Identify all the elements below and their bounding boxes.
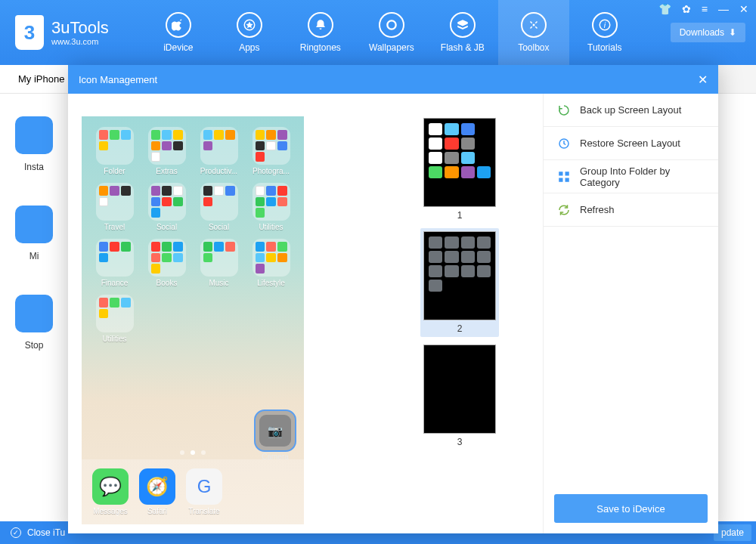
action-refresh[interactable]: Refresh [544,193,718,227]
sidebar: InstaMiStop [0,94,68,361]
page-thumb-3[interactable]: 3 [420,342,499,450]
page-thumbnails: 123 [376,94,543,533]
dock: 💬Messages🧭SafariGTranslate [82,459,304,524]
nav-icon [379,12,404,38]
action-restore[interactable]: Restore Screen Layout [544,127,718,160]
folder[interactable]: Photogra... [247,127,295,175]
folder[interactable]: Extras [143,127,191,175]
folder[interactable]: Travel [91,183,138,231]
folder[interactable]: Folder [91,127,138,175]
nav-icon [308,12,333,38]
page-indicator [82,450,304,455]
nav-ringtones[interactable]: Ringtones [285,0,356,65]
group-icon [557,170,571,184]
icon-management-modal: Icon Management ✕ FolderExtrasProductiv.… [68,65,718,533]
dock-app-safari[interactable]: 🧭Safari [139,468,175,515]
gear-icon[interactable]: ✿ [682,3,691,15]
folder[interactable]: Music [195,239,243,287]
svg-rect-8 [565,178,569,181]
check-icon: ✓ [11,527,21,538]
folder[interactable]: Utilities [91,295,138,343]
folder-icon [200,183,238,221]
action-group[interactable]: Group Into Folder by Category [544,160,718,193]
app-icon: 🧭 [139,468,175,505]
folder-icon [96,183,134,221]
actions-panel: Back up Screen LayoutRestore Screen Layo… [543,94,718,533]
page-thumb-1[interactable]: 1 [420,115,499,224]
phone-preview-column: FolderExtrasProductiv...Photogra...Trave… [68,94,376,533]
folder[interactable]: Social [195,183,243,231]
folder-icon [200,127,238,165]
folder[interactable]: Social [143,183,191,231]
status-text: Close iTu [27,527,65,538]
menu-icon[interactable]: ≡ [702,3,708,15]
thumbnail [423,118,496,207]
nav-idevice[interactable]: iDevice [143,0,214,65]
nav-icon [450,12,476,38]
logo: 3 3uTools www.3u.com [15,15,109,50]
folder[interactable]: Lifestyle [247,239,295,287]
dock-app-messages[interactable]: 💬Messages [92,468,129,515]
app-name: 3uTools [51,19,109,37]
dock-app-translate[interactable]: GTranslate [186,468,222,515]
folder-icon [148,183,186,221]
backup-icon [557,104,571,117]
downloads-button[interactable]: Downloads ⬇ [671,23,745,42]
close-icon[interactable]: ✕ [739,3,748,15]
folder-icon [96,127,134,165]
phone-screen[interactable]: FolderExtrasProductiv...Photogra...Trave… [82,116,304,524]
app-icon: G [186,468,222,505]
sidebar-item[interactable]: Stop [0,272,68,361]
app-header: 3 3uTools www.3u.com iDeviceAppsRingtone… [0,0,756,65]
nav-flash-jb[interactable]: Flash & JB [427,0,498,65]
folder[interactable]: Finance [91,239,138,287]
update-button[interactable]: pdate [714,524,751,541]
sidebar-item[interactable]: Mi [0,183,68,272]
sidebar-icon [15,295,53,332]
sidebar-icon [15,206,53,243]
thumbnail [423,231,496,320]
minimize-icon[interactable]: — [718,3,729,15]
page-thumb-2[interactable]: 2 [420,228,499,337]
app-icon: 💬 [92,468,129,505]
window-controls: 👕 ✿ ≡ — ✕ [658,3,748,15]
folder-icon [253,183,290,221]
nav-apps[interactable]: Apps [214,0,285,65]
thumbnail [423,345,496,434]
folder-icon [200,239,238,277]
modal-header: Icon Management ✕ [68,65,718,94]
app-subtitle: www.3u.com [51,37,109,46]
top-nav: iDeviceAppsRingtonesWallpapersFlash & JB… [143,0,640,65]
download-icon: ⬇ [729,27,736,38]
action-backup[interactable]: Back up Screen Layout [544,94,718,127]
svg-rect-5 [559,172,562,175]
selected-camera-icon[interactable]: 📷 Camera [254,410,296,452]
refresh-icon [557,203,571,217]
modal-title: Icon Management [79,74,157,85]
folder-icon [148,127,186,165]
close-icon[interactable]: ✕ [698,73,708,87]
nav-icon [237,12,262,38]
nav-icon [166,12,191,38]
save-to-idevice-button[interactable]: Save to iDevice [554,494,708,523]
svg-rect-7 [559,178,562,181]
folder-icon [253,239,290,277]
folder-icon [148,239,186,277]
svg-text:i: i [604,20,606,29]
sidebar-icon [15,116,53,154]
nav-wallpapers[interactable]: Wallpapers [356,0,427,65]
folder-icon [96,295,134,332]
folder[interactable]: Books [143,239,191,287]
nav-icon: i [592,12,618,38]
svg-rect-6 [565,172,569,175]
folder[interactable]: Productiv... [195,127,243,175]
folder[interactable]: Utilities [247,183,295,231]
nav-tutorials[interactable]: iTutorials [569,0,640,65]
shirt-icon[interactable]: 👕 [658,3,671,15]
restore-icon [557,137,571,150]
folder-icon [253,127,290,165]
nav-toolbox[interactable]: Toolbox [498,0,569,65]
sidebar-item[interactable]: Insta [0,94,68,183]
folder-icon [96,239,134,277]
nav-icon [521,12,547,38]
